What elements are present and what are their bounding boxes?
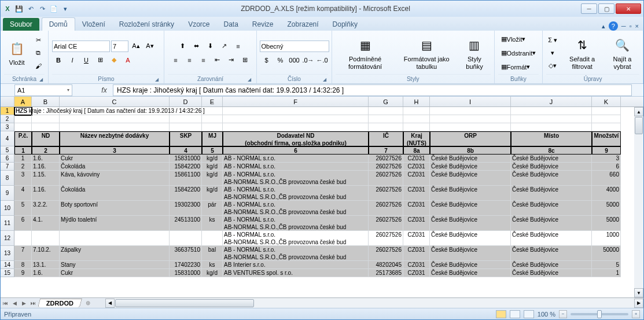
cell[interactable]: [32, 115, 60, 123]
cell[interactable]: 8c: [511, 146, 592, 155]
sheet-tab[interactable]: ZDRDOD: [38, 299, 82, 307]
cell[interactable]: České Budějovice: [430, 201, 511, 216]
doc-restore-icon[interactable]: ▫: [630, 23, 632, 30]
autosum-button[interactable]: Σ ▾: [546, 35, 559, 46]
cell[interactable]: České Budějovice: [511, 261, 592, 269]
cell[interactable]: České Budějovice: [430, 163, 511, 171]
cell[interactable]: [511, 115, 592, 123]
cell[interactable]: AB - NORMAL s.r.o.: [223, 155, 369, 163]
cell[interactable]: 1: [14, 155, 32, 163]
cell[interactable]: [403, 123, 430, 131]
cell[interactable]: ks: [202, 261, 223, 269]
column-header-A[interactable]: A: [14, 97, 32, 106]
cell[interactable]: Mýdlo toaletní: [60, 216, 170, 231]
cell[interactable]: [223, 107, 369, 115]
close-button[interactable]: ✕: [616, 3, 641, 14]
clipboard-launcher-icon[interactable]: ◢: [38, 76, 45, 83]
column-header-F[interactable]: F: [223, 97, 369, 106]
cell[interactable]: Zápalky: [60, 246, 170, 261]
cell[interactable]: CZ031: [403, 269, 430, 277]
cell[interactable]: 1.15.: [32, 171, 60, 186]
minimize-button[interactable]: ─: [581, 3, 597, 14]
cell[interactable]: České Budějovice: [430, 216, 511, 231]
cell[interactable]: [14, 123, 32, 131]
cell[interactable]: AB - NORMAL s.r.o. AB-NORMAL S.R.O.,ČB p…: [223, 186, 369, 201]
scroll-up-button[interactable]: ▲: [634, 107, 643, 116]
view-page-break-button[interactable]: [524, 310, 534, 318]
cell[interactable]: [32, 231, 60, 246]
cell[interactable]: HZS: [14, 107, 32, 115]
select-all-corner[interactable]: [1, 97, 14, 106]
grid[interactable]: 1HZSHZS kraje : Jihočeský kraj [ Datum č…: [1, 107, 643, 297]
cell[interactable]: ND: [32, 131, 60, 146]
cell[interactable]: [369, 115, 403, 123]
column-header-E[interactable]: E: [202, 97, 223, 106]
cell[interactable]: Množství: [592, 131, 621, 146]
cell[interactable]: Káva, kávoviny: [60, 171, 170, 186]
cell[interactable]: 5000: [592, 216, 621, 231]
cell[interactable]: 4: [170, 146, 202, 155]
cell[interactable]: 4: [14, 186, 32, 201]
cell[interactable]: 26027526: [369, 163, 403, 171]
cell[interactable]: 660: [592, 171, 621, 186]
column-header-K[interactable]: K: [592, 97, 621, 106]
cell[interactable]: [14, 115, 32, 123]
percent-button[interactable]: %: [274, 54, 287, 66]
sort-filter-button[interactable]: ⇅Seřadit a filtrovat: [561, 34, 603, 72]
zoom-in-button[interactable]: +: [632, 310, 640, 318]
cell[interactable]: AB - NORMAL s.r.o.: [223, 163, 369, 171]
cell[interactable]: [403, 115, 430, 123]
new-sheet-button[interactable]: ⊕: [82, 299, 94, 307]
cell[interactable]: 15831000: [170, 269, 202, 277]
column-header-D[interactable]: D: [170, 97, 202, 106]
cell[interactable]: MJ: [202, 131, 223, 146]
tab-insert[interactable]: Vložení: [75, 18, 112, 31]
cell[interactable]: České Budějovice: [430, 261, 511, 269]
cell[interactable]: [202, 115, 223, 123]
cell[interactable]: 4.1.: [32, 216, 60, 231]
cell[interactable]: AB - NORMAL s.r.o. AB-NORMAL S.R.O.,ČB p…: [223, 216, 369, 231]
align-center-button[interactable]: ≡: [183, 54, 196, 66]
cell[interactable]: 48202045: [369, 261, 403, 269]
doc-close-icon[interactable]: ×: [635, 23, 639, 30]
cell[interactable]: [60, 115, 170, 123]
cell[interactable]: [170, 123, 202, 131]
hscroll-thumb[interactable]: [115, 299, 254, 307]
indent-dec-button[interactable]: ⇤: [211, 54, 224, 66]
row-header[interactable]: 14: [1, 261, 14, 269]
merge-button[interactable]: ⊞: [239, 54, 252, 66]
cell[interactable]: 6: [14, 216, 32, 231]
underline-button[interactable]: U: [80, 54, 93, 66]
paste-button[interactable]: 📋 Vložit: [4, 37, 30, 68]
cell[interactable]: 25173685: [369, 269, 403, 277]
tab-home[interactable]: Domů: [42, 17, 75, 31]
cell[interactable]: 9: [14, 269, 32, 277]
cell[interactable]: České Budějovice: [511, 163, 592, 171]
cell[interactable]: 50000: [592, 246, 621, 261]
cell[interactable]: CZ031: [403, 163, 430, 171]
scroll-right-button[interactable]: ▶: [634, 299, 643, 308]
column-header-I[interactable]: I: [430, 97, 511, 106]
cell[interactable]: AB - NORMAL s.r.o. AB-NORMAL S.R.O.,ČB p…: [223, 171, 369, 186]
cell[interactable]: bal: [202, 246, 223, 261]
cell[interactable]: 1.6.: [32, 155, 60, 163]
cell[interactable]: [202, 231, 223, 246]
cell[interactable]: 6: [223, 146, 369, 155]
cell[interactable]: 36637510: [170, 246, 202, 261]
scroll-left-button[interactable]: ◀: [105, 299, 115, 308]
orientation-button[interactable]: ↗: [218, 41, 231, 52]
cell[interactable]: 26027526: [369, 231, 403, 246]
cell[interactable]: AB VENTURES spol. s r.o.: [223, 269, 369, 277]
cell[interactable]: 26027526: [369, 155, 403, 163]
tab-review[interactable]: Revize: [245, 18, 281, 31]
fx-button[interactable]: fx: [99, 86, 109, 94]
cell[interactable]: kg/d: [202, 269, 223, 277]
format-cells-button[interactable]: ▦ Formát ▾: [498, 61, 533, 73]
indent-inc-button[interactable]: ⇥: [225, 54, 238, 66]
maximize-button[interactable]: ▢: [598, 3, 614, 14]
file-tab[interactable]: Soubor: [3, 18, 39, 31]
cell[interactable]: 3: [60, 146, 170, 155]
cell[interactable]: Stany: [60, 261, 170, 269]
cell[interactable]: [592, 123, 621, 131]
cell[interactable]: České Budějovice: [430, 231, 511, 246]
